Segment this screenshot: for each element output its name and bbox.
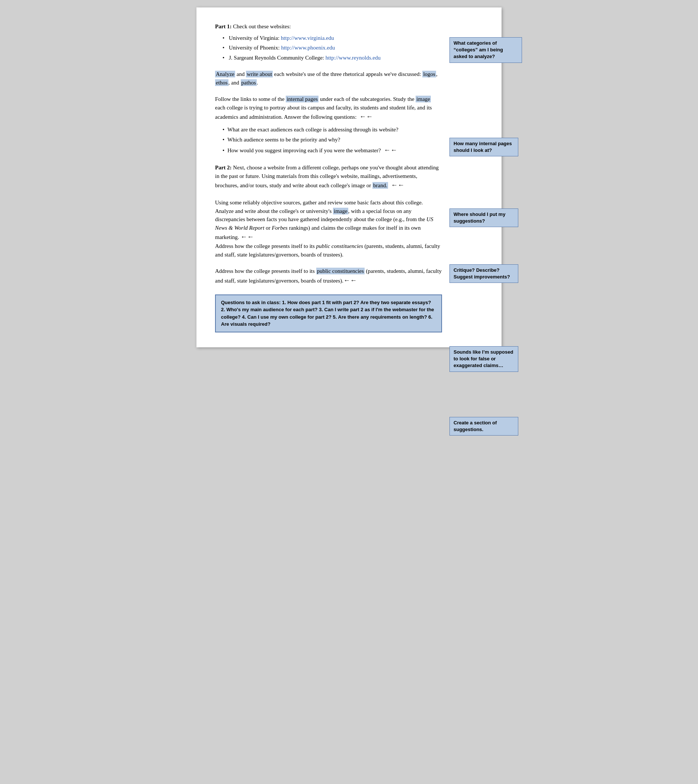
bottom-questions-box: Questions to ask in class: 1. How does p… xyxy=(215,294,442,332)
usnews-italic: US News & World Report xyxy=(215,216,433,231)
bottom-questions-text: Questions to ask in class: 1. How does p… xyxy=(221,300,434,327)
university-list: University of Virginia: http://www.virgi… xyxy=(222,34,442,62)
arrow-2: ←← xyxy=(384,146,397,154)
image-highlight-2: image xyxy=(333,208,348,215)
side-panel: What categories of “colleges” am I being… xyxy=(446,22,524,332)
reynolds-link[interactable]: http://www.reynolds.edu xyxy=(326,55,380,61)
pathos-highlight: pathos xyxy=(241,79,257,86)
address-how-paragraph: Address how the college presents itself … xyxy=(215,267,442,286)
virginia-link[interactable]: http://www.virginia.edu xyxy=(281,35,334,41)
part2-section: Part 2: Next, choose a website from a di… xyxy=(215,163,442,190)
question-2: Which audience seems to be the priority … xyxy=(222,135,442,144)
callout-3: Where should I put my suggestions? xyxy=(449,208,522,227)
callout-4-text: Critique? Describe? Suggest improvements… xyxy=(454,267,510,280)
outer-layout: Part 1: Check out these websites: Univer… xyxy=(215,22,594,332)
part2-text1: Next, choose a website from a different … xyxy=(215,165,439,188)
write-about-highlight: write about xyxy=(246,71,273,78)
callout-box-2: How many internal pages should I look at… xyxy=(449,138,518,156)
callout-2: How many internal pages should I look at… xyxy=(449,138,522,156)
list-item: J. Sargeant Reynolds Community College: … xyxy=(222,54,442,62)
forbes-italic: Forbes xyxy=(272,225,288,231)
callout-box-4: Critique? Describe? Suggest improvements… xyxy=(449,264,518,283)
ethos-highlight: ethos xyxy=(215,79,229,86)
callout-box-5: Sounds like I’m supposed to look for fal… xyxy=(449,346,518,372)
question-1: What are the exact audiences each colleg… xyxy=(222,125,442,134)
university-1-name: University of Virginia: xyxy=(229,35,281,41)
arrow-3: ←← xyxy=(391,181,405,189)
image-highlight-1: image xyxy=(416,96,431,102)
callout-box-1: What categories of “colleges” am I being… xyxy=(449,37,522,63)
callout-2-text: How many internal pages should I look at… xyxy=(454,141,512,153)
logos-highlight: logos xyxy=(422,71,436,78)
address-how-section: Address how the college presents itself … xyxy=(215,267,442,286)
list-item: University of Virginia: http://www.virgi… xyxy=(222,34,442,43)
objective-sources-paragraph: Using some reliably objective sources, g… xyxy=(215,198,442,259)
public-constituencies-highlight: public constituencies xyxy=(316,267,365,274)
public-constituencies-italic-1: public constituencies xyxy=(316,243,363,249)
arrow-1: ←← xyxy=(359,113,373,120)
callout-6-text: Create a section of suggestions. xyxy=(454,420,497,432)
part1-label: Part 1: xyxy=(215,23,232,30)
part1-intro-text: Check out these websites: xyxy=(232,23,291,30)
objective-sources-section: Using some reliably objective sources, g… xyxy=(215,198,442,259)
question-3: How would you suggest improving each if … xyxy=(222,145,442,155)
list-item: University of Phoenix: http://www.phoeni… xyxy=(222,44,442,52)
callout-box-6: Create a section of suggestions. xyxy=(449,417,518,436)
callout-6: Create a section of suggestions. xyxy=(449,417,522,436)
arrow-5: ←← xyxy=(343,277,357,284)
phoenix-link[interactable]: http://www.phoenix.edu xyxy=(281,45,335,51)
arrow-4: ←← xyxy=(240,233,254,241)
main-content: Part 1: Check out these websites: Univer… xyxy=(215,22,446,332)
questions-list: What are the exact audiences each colleg… xyxy=(222,125,442,155)
part1-intro: Part 1: Check out these websites: Univer… xyxy=(215,22,442,62)
callout-box-3: Where should I put my suggestions? xyxy=(449,208,518,227)
callout-1: What categories of “colleges” am I being… xyxy=(449,37,522,63)
callout-1-text: What categories of “colleges” am I being… xyxy=(454,40,503,59)
callout-3-text: Where should I put my suggestions? xyxy=(454,211,505,224)
callout-5: Sounds like I’m supposed to look for fal… xyxy=(449,346,522,372)
follow-links-paragraph: Follow the links to some of the internal… xyxy=(215,95,442,122)
callout-4: Critique? Describe? Suggest improvements… xyxy=(449,264,522,283)
part2-label: Part 2: xyxy=(215,165,232,170)
analyze-text: Analyze and write about each website's u… xyxy=(215,70,442,87)
analyze-paragraph: Analyze and write about each website's u… xyxy=(215,70,442,87)
callout-5-text: Sounds like I’m supposed to look for fal… xyxy=(454,349,513,368)
page-container: Part 1: Check out these websites: Univer… xyxy=(196,7,502,347)
part2-paragraph1: Part 2: Next, choose a website from a di… xyxy=(215,163,442,190)
internal-pages-highlight: internal pages xyxy=(286,96,318,102)
analyze-highlight: Analyze xyxy=(215,71,235,78)
follow-links-section: Follow the links to some of the internal… xyxy=(215,95,442,155)
brand-highlight: brand. xyxy=(372,182,388,189)
university-2-name: University of Phoenix: xyxy=(229,45,281,51)
university-3-name: J. Sargeant Reynolds Community College: xyxy=(229,55,326,61)
